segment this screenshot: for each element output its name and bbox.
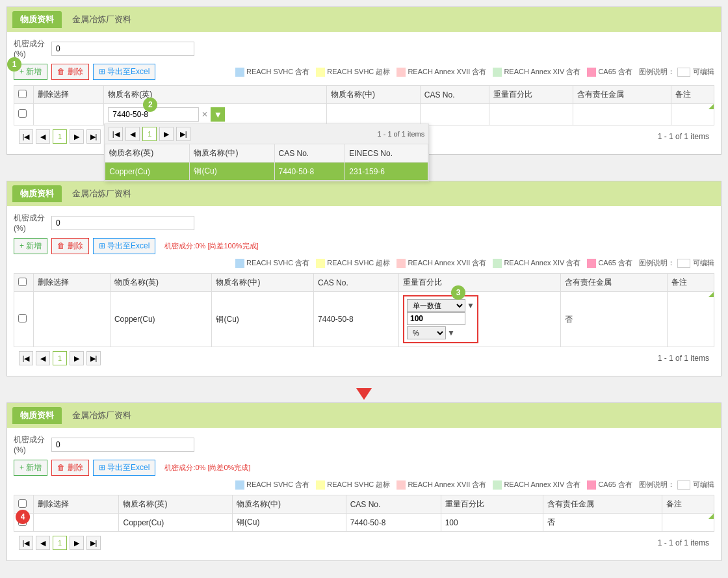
dp-first-btn[interactable]: |◀	[109, 127, 123, 141]
last-btn-3[interactable]: ▶|	[86, 536, 101, 550]
add-button-3[interactable]: + 新增	[14, 460, 47, 476]
next-btn-2[interactable]: ▶	[70, 351, 84, 365]
step-circle-3: 3	[451, 285, 465, 300]
weight-unit-select[interactable]: %	[407, 326, 446, 339]
field-input-1[interactable]	[51, 42, 194, 56]
td3-name-en: Copper(Cu)	[119, 514, 233, 532]
export-button-2[interactable]: ⊞ 导出至Excel	[93, 238, 156, 254]
checkbox-all-3[interactable]	[18, 499, 27, 508]
legend2-box-ca65	[587, 259, 596, 268]
field-row-2: 机密成分(%)	[14, 213, 714, 233]
dp-next-btn[interactable]: ▶	[159, 127, 174, 141]
td2-remark	[668, 292, 714, 347]
checkbox-all-1[interactable]	[18, 90, 27, 98]
tab-smelter-2[interactable]: 金属冶炼厂资料	[64, 185, 139, 202]
dp-th-einecs: EINECS No.	[345, 144, 428, 163]
next-btn-1[interactable]: ▶	[70, 129, 84, 144]
export-button-1[interactable]: ⊞ 导出至Excel	[93, 64, 156, 80]
panel-3-header: 物质资料 金属冶炼厂资料	[7, 403, 721, 428]
last-btn-1[interactable]: ▶|	[86, 129, 101, 144]
tab-material-2[interactable]: 物质资料	[12, 185, 62, 202]
th-checkbox-1	[14, 86, 34, 104]
next-btn-3[interactable]: ▶	[70, 536, 84, 550]
checkbox-all-2[interactable]	[18, 278, 27, 286]
td2-name-en: Copper(Cu)	[110, 292, 212, 347]
panel-1: 物质资料 金属冶炼厂资料 机密成分(%) 1 + 新增 🗑 物质资料删除 ⊞ 导…	[6, 7, 722, 155]
step-circle-4: 4	[16, 510, 30, 524]
field-input-2[interactable]	[51, 216, 194, 230]
legend3-reach-svhc-have: REACH SVHC 含有	[235, 480, 309, 490]
export-button-3[interactable]: ⊞ 导出至Excel	[93, 460, 156, 476]
search-clear-icon[interactable]: ✕	[202, 110, 208, 119]
td2-name-cn: 铜(Cu)	[212, 292, 314, 347]
page-num-2: 1	[53, 351, 67, 365]
td2-del	[34, 292, 110, 347]
td-weight-1	[489, 104, 573, 125]
th3-cas: CAS No.	[346, 495, 441, 514]
row-checkbox-1[interactable]	[18, 109, 27, 118]
search-dropdown-button[interactable]: ▼	[211, 107, 225, 122]
last-btn-2[interactable]: ▶|	[86, 351, 101, 365]
prev-btn-1[interactable]: ◀	[36, 129, 50, 144]
page-num-1: 1	[53, 129, 67, 144]
weight-value-input[interactable]	[407, 312, 465, 325]
arrow-2	[6, 388, 722, 400]
dp-th-cas: CAS No.	[274, 144, 345, 163]
legend-3: REACH SVHC 含有 REACH SVHC 超标 REACH Annex …	[235, 480, 714, 490]
delete-button-3[interactable]: 🗑 删除	[51, 460, 88, 476]
legend2-ca65: CA65 含有	[587, 258, 632, 268]
row-checkbox-2[interactable]	[18, 314, 27, 322]
td3-del	[34, 514, 119, 532]
data-table-2: 删除选择 物质名称(英) 物质名称(中) CAS No. 重量百分比 含有责任金…	[14, 273, 714, 347]
dropdown-row-1[interactable]: Copper(Cu) 铜(Cu) 7440-50-8 231-159-6	[105, 163, 428, 181]
th-weight-1: 重量百分比	[489, 86, 573, 104]
first-btn-2[interactable]: |◀	[19, 351, 33, 365]
legend3-box-annex14	[493, 480, 502, 490]
tab-smelter[interactable]: 金属冶炼厂资料	[64, 11, 139, 28]
legend2-reach-annex17: REACH Annex XVII 含有	[396, 258, 486, 268]
first-btn-3[interactable]: |◀	[19, 536, 33, 550]
td2-cas: 7440-50-8	[314, 292, 399, 347]
panel-2-body: 机密成分(%) + 新增 🗑 删除 ⊞ 导出至Excel 机密成分:0% [尚差…	[7, 206, 721, 376]
legend3-ca65: CA65 含有	[587, 480, 632, 490]
dp-last-btn[interactable]: ▶|	[176, 127, 190, 141]
td-name-en-1: 2 ✕ ▼ |◀ ◀ 1 ▶ ▶|	[104, 104, 327, 125]
td3-remark	[662, 514, 714, 532]
td3-metal: 否	[543, 514, 662, 532]
field-row-1: 机密成分(%)	[14, 38, 714, 59]
td2-checkbox	[14, 292, 34, 347]
tab-material-3[interactable]: 物质资料	[12, 407, 62, 424]
dp-row-name-cn: 铜(Cu)	[190, 163, 274, 181]
weight-type-select[interactable]: 单一数值	[407, 299, 465, 312]
th3-metal: 含有责任金属	[543, 495, 662, 514]
field-input-3[interactable]	[51, 438, 194, 452]
delete-button-2[interactable]: 🗑 删除	[51, 238, 88, 254]
field-row-3: 机密成分(%)	[14, 434, 714, 454]
prev-btn-3[interactable]: ◀	[36, 536, 50, 550]
data-table-1: 删除选择 物质名称(英) 物质名称(中) CAS No. 重量百分比 含有责任金…	[14, 85, 714, 125]
th2-weight: 重量百分比	[398, 274, 560, 292]
add-button-2[interactable]: + 新增	[14, 238, 47, 254]
remark-tri-3	[708, 514, 714, 519]
legend3-box-annex17	[396, 480, 406, 490]
dp-row-einecs: 231-159-6	[345, 163, 428, 181]
pagination-3: |◀ ◀ 1 ▶ ▶| 1 - 1 of 1 items	[14, 532, 714, 554]
th2-del: 删除选择	[34, 274, 110, 292]
tab-smelter-3[interactable]: 金属冶炼厂资料	[64, 407, 139, 424]
prev-btn-2[interactable]: ◀	[36, 351, 50, 365]
status-text-3: 机密成分:0% [尚差0%完成]	[164, 463, 250, 473]
toolbar-1: 1 + 新增 🗑 物质资料删除 ⊞ 导出至Excel REACH SVHC 含有…	[14, 64, 714, 80]
remark-tri-2	[708, 292, 714, 297]
pagination-2: |◀ ◀ 1 ▶ ▶| 1 - 1 of 1 items	[14, 347, 714, 369]
field-label-3: 机密成分(%)	[14, 434, 46, 454]
dp-prev-btn[interactable]: ◀	[125, 127, 140, 141]
first-btn-1[interactable]: |◀	[19, 129, 33, 144]
td2-metal: 否	[561, 292, 668, 347]
legend-2: REACH SVHC 含有 REACH SVHC 超标 REACH Annex …	[235, 258, 714, 268]
tab-material[interactable]: 物质资料	[12, 11, 62, 28]
legend-reach-annex17: REACH Annex XVII 含有	[396, 67, 486, 77]
delete-button-1[interactable]: 🗑 物质资料删除	[51, 64, 88, 80]
legend3-editable-box	[677, 480, 690, 490]
page-info-1: 1 - 1 of 1 items	[658, 132, 709, 141]
panel-2: 物质资料 金属冶炼厂资料 机密成分(%) + 新增 🗑 删除 ⊞ 导出至Exce…	[6, 181, 722, 376]
